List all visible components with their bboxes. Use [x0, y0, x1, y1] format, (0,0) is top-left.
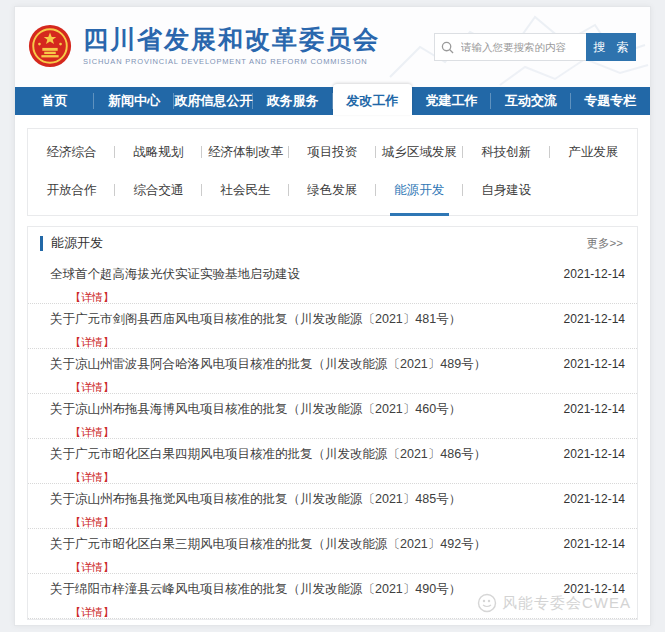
- article-row: 关于凉山州布拖县海博风电项目核准的批复（川发改能源〔2021〕460号） 202…: [28, 394, 637, 439]
- article-date: 2021-12-14: [564, 492, 625, 506]
- article-title-link[interactable]: 关于凉山州雷波县阿合哈洛风电项目核准的批复（川发改能源〔2021〕489号）: [50, 356, 486, 373]
- list-header: 能源开发 更多>>: [28, 227, 637, 259]
- energy-article-list: 能源开发 更多>> 全球首个超高海拔光伏实证实验基地启动建设 2021-12-1…: [27, 226, 638, 620]
- section-title: 能源开发: [51, 234, 103, 252]
- article-date: 2021-12-14: [564, 357, 625, 371]
- article-title-link[interactable]: 关于广元市昭化区白果三期风电项目核准的批复（川发改能源〔2021〕492号）: [50, 536, 486, 553]
- detail-link[interactable]: 【详情】: [50, 515, 625, 530]
- search-bar: 搜 索: [434, 33, 636, 61]
- subnav-item-economy[interactable]: 经济综合: [28, 133, 115, 171]
- nav-item-home[interactable]: 首页: [15, 87, 94, 115]
- article-date: 2021-12-14: [564, 537, 625, 551]
- section-accent-bar: [40, 236, 43, 251]
- subnav-item-urban-rural[interactable]: 城乡区域发展: [376, 133, 463, 171]
- national-emblem: [27, 23, 73, 69]
- site-title: 四川省发展和改革委员会: [83, 26, 380, 54]
- article-row: 全球首个超高海拔光伏实证实验基地启动建设 2021-12-14 【详情】: [28, 259, 637, 304]
- detail-link[interactable]: 【详情】: [50, 470, 625, 485]
- sub-nav-row-2: 开放合作 综合交通 社会民生 绿色发展 能源开发 自身建设: [28, 171, 637, 209]
- subnav-item-energy[interactable]: 能源开发: [376, 171, 463, 209]
- detail-link[interactable]: 【详情】: [50, 290, 625, 305]
- subnav-item-investment[interactable]: 项目投资: [289, 133, 376, 171]
- subnav-item-transport[interactable]: 综合交通: [115, 171, 202, 209]
- article-row: 关于广元市剑阁县西庙风电项目核准的批复（川发改能源〔2021〕481号） 202…: [28, 304, 637, 349]
- article-date: 2021-12-14: [564, 582, 625, 596]
- detail-link[interactable]: 【详情】: [50, 560, 625, 575]
- article-row: 关于凉山州雷波县阿合哈洛风电项目核准的批复（川发改能源〔2021〕489号） 2…: [28, 349, 637, 394]
- article-row: 关于绵阳市梓潼县云峰风电项目核准的批复（川发改能源〔2021〕490号） 202…: [28, 574, 637, 619]
- article-title-link[interactable]: 关于凉山州布拖县拖觉风电项目核准的批复（川发改能源〔2021〕485号）: [50, 491, 461, 508]
- article-title-link[interactable]: 全球首个超高海拔光伏实证实验基地启动建设: [50, 266, 300, 283]
- article-date: 2021-12-14: [564, 267, 625, 281]
- subnav-item-livelihood[interactable]: 社会民生: [202, 171, 289, 209]
- detail-link[interactable]: 【详情】: [50, 380, 625, 395]
- sub-nav: 经济综合 战略规划 经济体制改革 项目投资 城乡区域发展 科技创新 产业发展 开…: [27, 128, 638, 216]
- subnav-item-opening[interactable]: 开放合作: [28, 171, 115, 209]
- subnav-item-self-building[interactable]: 自身建设: [463, 171, 550, 209]
- nav-item-services[interactable]: 政务服务: [253, 87, 332, 115]
- subnav-item-industry[interactable]: 产业发展: [550, 133, 637, 171]
- subnav-item-strategy[interactable]: 战略规划: [115, 133, 202, 171]
- brand: 四川省发展和改革委员会 SICHUAN PROVINCIAL DEVELOPME…: [27, 23, 380, 69]
- brand-text: 四川省发展和改革委员会 SICHUAN PROVINCIAL DEVELOPME…: [83, 26, 380, 66]
- nav-item-gov-info[interactable]: 政府信息公开: [174, 87, 253, 115]
- nav-item-topics[interactable]: 专题专栏: [571, 87, 650, 115]
- article-date: 2021-12-14: [564, 447, 625, 461]
- page-card: 四川省发展和改革委员会 SICHUAN PROVINCIAL DEVELOPME…: [14, 6, 651, 626]
- article-title-link[interactable]: 关于广元市昭化区白果四期风电项目核准的批复（川发改能源〔2021〕486号）: [50, 446, 486, 463]
- article-date: 2021-12-14: [564, 312, 625, 326]
- nav-item-news[interactable]: 新闻中心: [94, 87, 173, 115]
- search-box[interactable]: [434, 33, 586, 61]
- sub-nav-row-1: 经济综合 战略规划 经济体制改革 项目投资 城乡区域发展 科技创新 产业发展: [28, 133, 637, 171]
- subnav-item-green[interactable]: 绿色发展: [289, 171, 376, 209]
- detail-link[interactable]: 【详情】: [50, 425, 625, 440]
- search-button[interactable]: 搜 索: [586, 33, 636, 61]
- article-date: 2021-12-14: [564, 402, 625, 416]
- more-link[interactable]: 更多>>: [587, 236, 623, 251]
- subnav-item-tech[interactable]: 科技创新: [463, 133, 550, 171]
- detail-link[interactable]: 【详情】: [50, 335, 625, 350]
- detail-link[interactable]: 【详情】: [50, 605, 625, 620]
- article-row: 关于凉山州布拖县拖觉风电项目核准的批复（川发改能源〔2021〕485号） 202…: [28, 484, 637, 529]
- search-input[interactable]: [459, 40, 580, 54]
- nav-item-interaction[interactable]: 互动交流: [491, 87, 570, 115]
- article-title-link[interactable]: 关于广元市剑阁县西庙风电项目核准的批复（川发改能源〔2021〕481号）: [50, 311, 461, 328]
- nav-item-party[interactable]: 党建工作: [412, 87, 491, 115]
- article-title-link[interactable]: 关于凉山州布拖县海博风电项目核准的批复（川发改能源〔2021〕460号）: [50, 401, 461, 418]
- nav-item-ndrc-work[interactable]: 发改工作: [333, 84, 412, 115]
- main-nav: 首页 新闻中心 政府信息公开 政务服务 发改工作 党建工作 互动交流 专题专栏: [15, 87, 650, 115]
- search-icon: [441, 41, 454, 54]
- article-title-link[interactable]: 关于绵阳市梓潼县云峰风电项目核准的批复（川发改能源〔2021〕490号）: [50, 581, 461, 598]
- article-row: 关于广元市昭化区白果四期风电项目核准的批复（川发改能源〔2021〕486号） 2…: [28, 439, 637, 484]
- site-subtitle: SICHUAN PROVINCIAL DEVELOPMENT AND REFOR…: [83, 57, 380, 66]
- subnav-item-system-reform[interactable]: 经济体制改革: [202, 133, 289, 171]
- site-header: 四川省发展和改革委员会 SICHUAN PROVINCIAL DEVELOPME…: [15, 7, 650, 87]
- article-row: 关于广元市昭化区白果三期风电项目核准的批复（川发改能源〔2021〕492号） 2…: [28, 529, 637, 574]
